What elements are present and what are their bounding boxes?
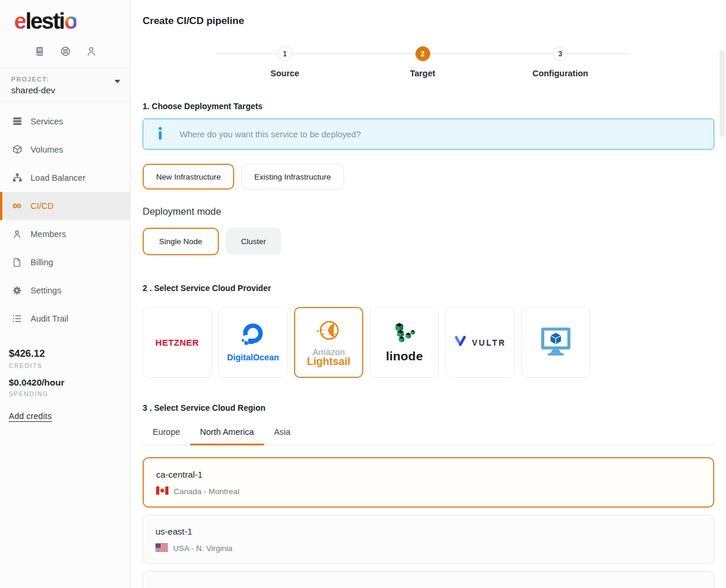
project-value: shared-dev [11, 85, 120, 95]
region-card-us-east-1[interactable]: us-east-1 [143, 515, 714, 564]
sidebar-nav: Services Volumes [0, 107, 130, 333]
sidebar-item-volumes[interactable]: Volumes [0, 136, 130, 164]
logo-letter-o: o [64, 9, 76, 33]
step-target[interactable]: 2 Target [354, 46, 492, 78]
new-infrastructure-button[interactable]: New Infrastructure [143, 164, 234, 190]
tab-asia[interactable]: Asia [264, 421, 300, 445]
elestio-logo: elestio [0, 0, 130, 34]
sidebar-item-members[interactable]: Members [0, 220, 130, 248]
logo-letter-e: e [14, 9, 25, 33]
page-title: Create CI/CD pipeline [143, 15, 714, 27]
vertical-scrollbar-thumb[interactable] [720, 50, 725, 137]
add-credits-link[interactable]: Add credits [9, 411, 52, 421]
sidebar-item-label: Members [31, 229, 66, 239]
tab-europe[interactable]: Europe [143, 421, 190, 445]
digitalocean-logo-text: DigitalOcean [227, 353, 279, 362]
provider-card-hetzner[interactable]: HETZNER [143, 307, 212, 378]
credits-amount: $426.12 [9, 348, 130, 360]
billing-icon [12, 258, 22, 267]
region-section-heading: 3 . Select Service Cloud Region [143, 403, 714, 413]
region-code: us-east-1 [156, 526, 701, 536]
single-node-button[interactable]: Single Node [143, 228, 219, 255]
sidebar-quick-icons [0, 34, 130, 67]
provider-cards: HETZNER DigitalOcean [143, 307, 714, 378]
project-label: PROJECT: [11, 76, 120, 83]
step-configuration[interactable]: 3 Configuration [491, 46, 629, 78]
user-icon[interactable] [86, 46, 97, 57]
sidebar-item-settings[interactable]: Settings [0, 276, 130, 305]
deployment-target-options: New Infrastructure Existing Infrastructu… [143, 164, 714, 190]
life-buoy-icon[interactable] [60, 46, 71, 57]
region-code: ca-central-1 [156, 469, 701, 479]
chevron-down-icon [114, 80, 120, 83]
services-icon [12, 116, 22, 126]
canada-flag-icon [156, 486, 168, 496]
step-label-source: Source [271, 69, 299, 78]
provider-card-amazon-lightsail[interactable]: Amazon Lightsail [294, 307, 363, 378]
step-circle-2: 2 [416, 46, 430, 61]
provider-card-virtual-machine[interactable] [521, 307, 590, 378]
region-card-ca-central-1[interactable]: ca-central-1 Canada - Montreal [143, 457, 714, 508]
vultr-logo-text: VULTR [472, 338, 506, 347]
sidebar-item-billing[interactable]: Billing [0, 248, 130, 276]
spending-label: SPENDING [9, 390, 130, 397]
tab-north-america[interactable]: North America [190, 421, 264, 445]
info-icon [157, 126, 163, 143]
sidebar-item-load-balancer[interactable]: Load Balancer [0, 164, 130, 192]
sidebar-item-label: Services [31, 117, 63, 126]
region-card-partial[interactable] [143, 571, 714, 588]
cluster-button[interactable]: Cluster [226, 228, 282, 255]
existing-infrastructure-button[interactable]: Existing Infrastructure [241, 164, 344, 190]
deployment-mode-heading: Deployment mode [143, 206, 714, 217]
lightsail-logo-text-amazon: Amazon [312, 347, 345, 357]
project-selector[interactable]: PROJECT: shared-dev [0, 67, 130, 103]
step-source[interactable]: 1 Source [216, 46, 354, 78]
sidebar-item-label: Billing [31, 258, 53, 267]
sidebar-item-label: Settings [31, 286, 61, 295]
region-location: USA - N. Virginia [173, 544, 232, 553]
spending-amount: $0.0420/hour [9, 377, 130, 388]
region-list: ca-central-1 Canada - Montreal us-east-1 [143, 457, 714, 588]
step-label-configuration: Configuration [532, 69, 588, 78]
logo-letters-mid: lesti [25, 9, 64, 33]
sidebar-item-label: Audit Trail [31, 314, 68, 323]
sidebar-item-label: Load Balancer [31, 173, 86, 183]
linode-logo-icon [392, 322, 417, 347]
hetzner-logo: HETZNER [156, 337, 199, 347]
vultr-logo-icon [454, 336, 467, 349]
digitalocean-logo-icon [241, 323, 265, 351]
load-balancer-icon [12, 173, 22, 183]
sidebar-item-cicd[interactable]: ∞ CI/CD [0, 192, 130, 220]
credits-label: CREDITS [9, 362, 130, 369]
settings-gear-icon [12, 286, 22, 295]
deployment-mode-options: Single Node Cluster [143, 228, 714, 255]
main-content: Create CI/CD pipeline 1 Source 2 Target … [130, 0, 726, 588]
credits-block: $426.12 CREDITS $0.0420/hour SPENDING Ad… [0, 348, 130, 421]
volumes-icon [12, 144, 22, 154]
sidebar-item-label: CI/CD [31, 201, 53, 211]
step-circle-1: 1 [278, 46, 292, 61]
sidebar: elestio PROJECT: shared-d [0, 0, 130, 588]
region-tabs: Europe North America Asia [143, 421, 714, 445]
deployment-targets-heading: 1. Choose Deployment Targets [143, 102, 714, 111]
linode-logo-text: linode [386, 349, 423, 363]
sidebar-item-audit-trail[interactable]: Audit Trail [0, 305, 130, 333]
step-circle-3: 3 [553, 46, 568, 61]
provider-card-linode[interactable]: linode [370, 307, 439, 378]
cicd-infinity-icon: ∞ [12, 201, 22, 211]
lightsail-logo-icon [315, 317, 342, 346]
usa-flag-icon [156, 543, 168, 553]
provider-card-vultr[interactable]: VULTR [445, 307, 515, 378]
book-icon[interactable] [34, 46, 45, 57]
sidebar-item-services[interactable]: Services [0, 107, 130, 136]
info-banner-text: Where do you want this service to be dep… [180, 130, 361, 139]
info-banner: Where do you want this service to be dep… [143, 119, 714, 150]
stepper: 1 Source 2 Target 3 Configuration [216, 46, 629, 78]
virtual-machine-monitor-icon [539, 326, 572, 359]
region-location: Canada - Montreal [174, 487, 239, 496]
members-icon [12, 229, 22, 239]
lightsail-logo-text-lightsail: Lightsail [307, 356, 350, 368]
provider-card-digitalocean[interactable]: DigitalOcean [218, 307, 288, 378]
step-label-target: Target [410, 69, 435, 78]
audit-trail-icon [12, 314, 22, 323]
